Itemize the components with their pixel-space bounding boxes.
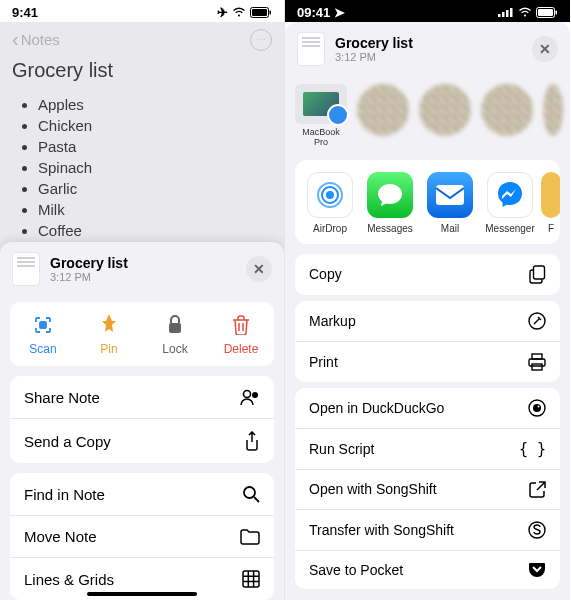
row-label: Open in DuckDuckGo	[309, 400, 444, 416]
note-item: Coffee	[38, 220, 272, 241]
svg-rect-19	[436, 185, 464, 205]
app-mail[interactable]: Mail	[421, 172, 479, 234]
delete-label: Delete	[224, 342, 259, 356]
back-button[interactable]: ‹ Notes	[12, 28, 60, 51]
grid-icon	[242, 570, 260, 588]
messenger-icon	[487, 172, 533, 218]
row-label: Find in Note	[24, 486, 105, 503]
quick-actions: Scan Pin Lock Delete	[10, 302, 274, 366]
status-time: 09:41	[297, 5, 330, 20]
close-button[interactable]: ✕	[532, 36, 558, 62]
row-label: Share Note	[24, 389, 100, 406]
svg-rect-12	[510, 8, 513, 17]
battery-icon	[250, 7, 272, 18]
messages-icon	[367, 172, 413, 218]
share-up-icon	[244, 431, 260, 451]
airdrop-contact[interactable]	[481, 84, 533, 136]
svg-rect-4	[169, 323, 181, 333]
svg-rect-14	[538, 9, 553, 16]
lock-label: Lock	[162, 342, 187, 356]
row-label: Send a Copy	[24, 433, 111, 450]
svg-rect-15	[556, 10, 558, 14]
more-icon[interactable]: ⋯	[250, 29, 272, 51]
open-duckduckgo-row[interactable]: Open in DuckDuckGo	[295, 388, 560, 429]
trash-icon	[233, 314, 249, 336]
copy-row[interactable]: Copy	[295, 254, 560, 295]
chevron-left-icon: ‹	[12, 28, 19, 51]
status-bar: 9:41 ✈︎	[0, 0, 284, 22]
pocket-icon	[528, 562, 546, 578]
notes-nav: ‹ Notes ⋯	[12, 22, 272, 59]
scan-button[interactable]: Scan	[10, 302, 76, 366]
note-thumbnail-icon	[297, 32, 325, 66]
row-label: Copy	[309, 266, 342, 282]
note-item: Chicken	[38, 115, 272, 136]
svg-rect-8	[243, 571, 259, 587]
avatar	[481, 84, 533, 136]
transfer-songshift-row[interactable]: Transfer with SongShift	[295, 510, 560, 551]
airdrop-contact[interactable]	[357, 84, 409, 136]
collaborate-icon	[240, 388, 260, 406]
delete-button[interactable]: Delete	[208, 302, 274, 366]
left-screenshot: 9:41 ✈︎ ‹ Notes ⋯ Grocery list Apples Ch…	[0, 0, 285, 600]
share-sheet: Grocery list 3:12 PM ✕ MacBook Pro Air	[285, 22, 570, 600]
airdrop-contact[interactable]	[543, 84, 563, 136]
share-note-row[interactable]: Share Note	[10, 376, 274, 419]
row-label: Transfer with SongShift	[309, 522, 454, 538]
share-sheet: Grocery list 3:12 PM ✕ Scan Pin	[0, 242, 284, 600]
pin-button[interactable]: Pin	[76, 302, 142, 366]
sheet-titles: Grocery list 3:12 PM	[50, 255, 128, 283]
folder-icon	[240, 529, 260, 545]
app-airdrop[interactable]: AirDrop	[301, 172, 359, 234]
lock-button[interactable]: Lock	[142, 302, 208, 366]
duckduckgo-icon	[528, 399, 546, 417]
app-partial[interactable]: F	[541, 172, 560, 234]
signal-icon	[498, 7, 514, 17]
save-pocket-row[interactable]: Save to Pocket	[295, 551, 560, 589]
app-label: F	[548, 223, 554, 234]
status-icons	[498, 7, 558, 18]
print-icon	[528, 353, 546, 371]
svg-rect-11	[506, 10, 509, 17]
svg-point-6	[252, 392, 258, 398]
run-script-row[interactable]: Run Script { }	[295, 429, 560, 470]
pin-icon	[101, 314, 117, 336]
app-label: Messenger	[485, 223, 534, 234]
airdrop-icon	[307, 172, 353, 218]
status-bar: 09:41 ➤	[285, 0, 570, 22]
open-songshift-row[interactable]: Open with SongShift	[295, 470, 560, 510]
markup-row[interactable]: Markup	[295, 301, 560, 342]
sheet-titles: Grocery list 3:12 PM	[335, 35, 413, 63]
search-icon	[242, 485, 260, 503]
row-label: Open with SongShift	[309, 481, 437, 497]
wifi-icon	[232, 7, 246, 17]
move-note-row[interactable]: Move Note	[10, 516, 274, 558]
svg-rect-20	[534, 266, 545, 279]
scan-icon	[33, 314, 53, 336]
send-copy-row[interactable]: Send a Copy	[10, 419, 274, 463]
note-title: Grocery list	[12, 59, 272, 82]
app-messenger[interactable]: Messenger	[481, 172, 539, 234]
sheet-header: Grocery list 3:12 PM ✕	[285, 22, 570, 76]
svg-point-16	[326, 191, 334, 199]
airdrop-contact-macbook[interactable]: MacBook Pro	[295, 84, 347, 148]
location-icon: ➤	[334, 5, 345, 20]
note-item: Garlic	[38, 178, 272, 199]
svg-rect-10	[502, 12, 505, 17]
svg-point-26	[533, 404, 541, 412]
note-thumbnail-icon	[12, 252, 40, 286]
airdrop-contact[interactable]	[419, 84, 471, 136]
app-messages[interactable]: Messages	[361, 172, 419, 234]
open-in-icon	[529, 481, 546, 498]
row-label: Markup	[309, 313, 356, 329]
airplane-icon: ✈︎	[217, 5, 228, 20]
print-row[interactable]: Print	[295, 342, 560, 382]
sheet-subtitle: 3:12 PM	[335, 51, 413, 63]
svg-rect-1	[252, 9, 267, 16]
find-in-note-row[interactable]: Find in Note	[10, 473, 274, 516]
row-label: Print	[309, 354, 338, 370]
close-button[interactable]: ✕	[246, 256, 272, 282]
action-group-share: Share Note Send a Copy	[10, 376, 274, 463]
svg-rect-22	[532, 354, 542, 359]
braces-icon: { }	[519, 440, 546, 458]
